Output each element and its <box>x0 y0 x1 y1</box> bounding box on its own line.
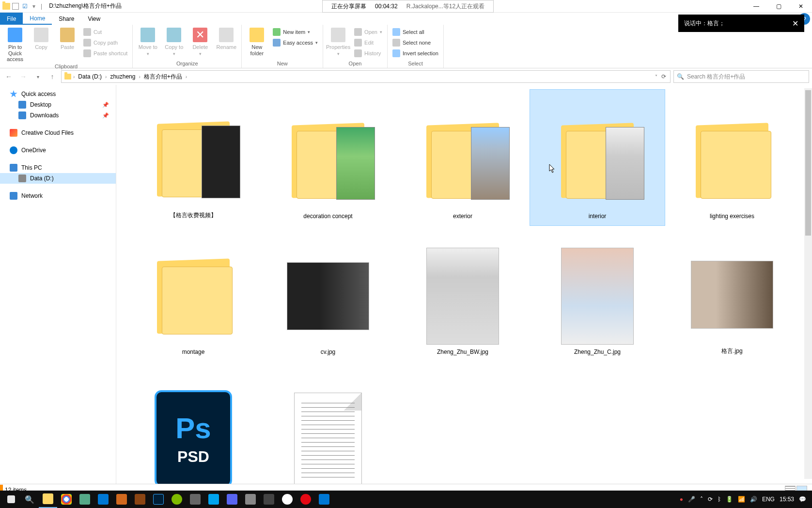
new-item-button[interactable]: New item ▾ <box>271 27 320 37</box>
address-bar[interactable]: › Data (D:) › zhuzheng › 格言介绍+作品 › ˅ ⟳ <box>61 70 671 83</box>
file-item[interactable]: Zheng_Zhu_C.jpg <box>530 225 665 361</box>
select-none-button[interactable]: Select none <box>390 38 440 48</box>
taskbar-app-13[interactable] <box>315 491 333 508</box>
taskbar-app-11[interactable] <box>278 491 297 508</box>
open-button[interactable]: Open ▾ <box>352 27 384 37</box>
tray-bluetooth-icon[interactable]: ᛒ <box>718 496 721 503</box>
taskbar-photoshop[interactable] <box>149 491 168 508</box>
file-item[interactable]: cv.jpg <box>261 225 395 361</box>
breadcrumb-root[interactable]: Data (D:) <box>76 73 104 80</box>
tray-volume-icon[interactable]: 🔊 <box>750 496 757 503</box>
move-to-button[interactable]: Move to▾ <box>136 26 160 56</box>
taskbar-app-2[interactable] <box>94 491 112 508</box>
file-item[interactable]: 格言.jpg <box>665 225 799 361</box>
sidebar-downloads[interactable]: Downloads📌 <box>0 110 116 121</box>
tray-time[interactable]: 15:53 <box>780 496 794 503</box>
properties-button[interactable]: Properties▾ <box>326 26 350 56</box>
rename-button[interactable]: Rename <box>214 26 238 50</box>
scrollbar-thumb[interactable] <box>805 90 811 236</box>
tray-chevron-up-icon[interactable]: ˄ <box>700 496 703 503</box>
back-button[interactable]: ← <box>3 71 15 82</box>
search-box[interactable]: 🔍 Search 格言介绍+作品 <box>673 70 809 83</box>
forward-button[interactable]: → <box>17 71 29 82</box>
taskbar-app-5[interactable] <box>168 491 186 508</box>
tray-battery-icon[interactable]: 🔋 <box>726 496 733 503</box>
paste-shortcut-button[interactable]: Paste shortcut <box>81 48 129 58</box>
copy-path-button[interactable]: Copy path <box>81 38 129 48</box>
qat-undo-icon[interactable]: ☑ <box>20 2 29 11</box>
taskbar-app-4[interactable] <box>131 491 149 508</box>
tab-home[interactable]: Home <box>23 13 52 25</box>
taskbar-chrome[interactable] <box>57 491 76 508</box>
up-button[interactable]: ↑ <box>47 71 58 82</box>
maximize-button[interactable]: ▢ <box>767 0 790 13</box>
file-thumbnail <box>556 248 639 345</box>
copy-to-button[interactable]: Copy to▾ <box>162 26 186 56</box>
tray-record-icon[interactable]: ● <box>680 496 683 503</box>
file-item[interactable]: exterior <box>395 90 530 225</box>
taskbar-app-9[interactable] <box>241 491 260 508</box>
recent-locations-button[interactable]: ▾ <box>32 71 44 82</box>
copy-button[interactable]: Copy <box>29 26 53 50</box>
file-item[interactable]: 【格言收费视频】 <box>126 90 261 225</box>
tray-sync-icon[interactable]: ⟳ <box>708 496 713 503</box>
tab-share[interactable]: Share <box>52 13 81 25</box>
invert-selection-button[interactable]: Invert selection <box>390 48 440 58</box>
chevron-right-icon[interactable]: › <box>186 74 187 79</box>
chevron-right-icon[interactable]: › <box>73 74 75 79</box>
taskbar-app-6[interactable] <box>186 491 204 508</box>
chevron-right-icon[interactable]: › <box>139 74 140 79</box>
tab-view[interactable]: View <box>81 13 107 25</box>
edit-button[interactable]: Edit <box>352 38 384 48</box>
file-item[interactable]: lighting exercises <box>665 90 799 225</box>
file-item[interactable]: Zheng_Zhu_BW.jpg <box>395 225 530 361</box>
delete-button[interactable]: ✕Delete▾ <box>188 26 212 56</box>
qat-save-icon[interactable] <box>12 3 19 10</box>
chevron-right-icon[interactable]: › <box>105 74 107 79</box>
download-icon <box>18 111 26 119</box>
start-button[interactable] <box>2 491 20 508</box>
file-item[interactable]: decoration concept <box>261 90 395 225</box>
toast-close-button[interactable]: ✕ <box>792 19 798 28</box>
dropdown-icon[interactable]: ˅ <box>655 74 657 79</box>
sidebar-creative-cloud[interactable]: Creative Cloud Files <box>0 127 116 138</box>
taskbar-app-8[interactable] <box>223 491 241 508</box>
tab-file[interactable]: File <box>0 13 23 25</box>
history-button[interactable]: History <box>352 48 384 58</box>
taskbar-app-1[interactable] <box>76 491 94 508</box>
taskbar-app-10[interactable] <box>260 491 278 508</box>
sidebar-quick-access[interactable]: Quick access <box>0 89 116 99</box>
breadcrumb-1[interactable]: zhuzheng <box>108 73 138 80</box>
paste-button[interactable]: Paste <box>55 26 79 50</box>
taskbar-explorer[interactable] <box>39 491 57 508</box>
pc-icon <box>10 164 17 172</box>
minimize-button[interactable]: — <box>745 0 767 13</box>
easy-access-button[interactable]: Easy access ▾ <box>271 38 320 48</box>
sidebar-data-d[interactable]: Data (D:) <box>0 173 116 184</box>
close-button[interactable]: ✕ <box>790 0 812 13</box>
sidebar-this-pc[interactable]: This PC <box>0 162 116 173</box>
vertical-scrollbar[interactable] <box>804 88 812 479</box>
file-item[interactable] <box>261 361 395 484</box>
breadcrumb-2[interactable]: 格言介绍+作品 <box>141 73 185 81</box>
pin-to-quick-access-button[interactable]: Pin to Quick access <box>3 26 27 63</box>
select-all-button[interactable]: Select all <box>390 27 440 37</box>
tray-ime[interactable]: ENG <box>762 496 775 503</box>
sidebar-onedrive[interactable]: OneDrive <box>0 145 116 156</box>
file-item[interactable]: PsPSD <box>126 361 261 484</box>
cut-button[interactable]: Cut <box>81 27 129 37</box>
taskbar-app-7[interactable] <box>204 491 223 508</box>
content-pane[interactable]: 【格言收费视频】decoration conceptexteriorinteri… <box>116 85 812 484</box>
tray-wifi-icon[interactable]: 📶 <box>738 496 745 503</box>
taskbar-app-12[interactable] <box>297 491 315 508</box>
file-item[interactable]: montage <box>126 225 261 361</box>
file-item[interactable]: interior <box>530 90 665 225</box>
sidebar-network[interactable]: Network <box>0 190 116 201</box>
search-button[interactable]: 🔍 <box>20 491 39 508</box>
sidebar-desktop[interactable]: Desktop📌 <box>0 99 116 110</box>
tray-notifications-icon[interactable]: 💬 <box>799 496 806 503</box>
refresh-button[interactable]: ⟳ <box>661 73 666 80</box>
tray-mic-icon[interactable]: 🎤 <box>688 496 695 503</box>
new-folder-button[interactable]: New folder <box>245 26 269 56</box>
taskbar-app-3[interactable] <box>112 491 131 508</box>
